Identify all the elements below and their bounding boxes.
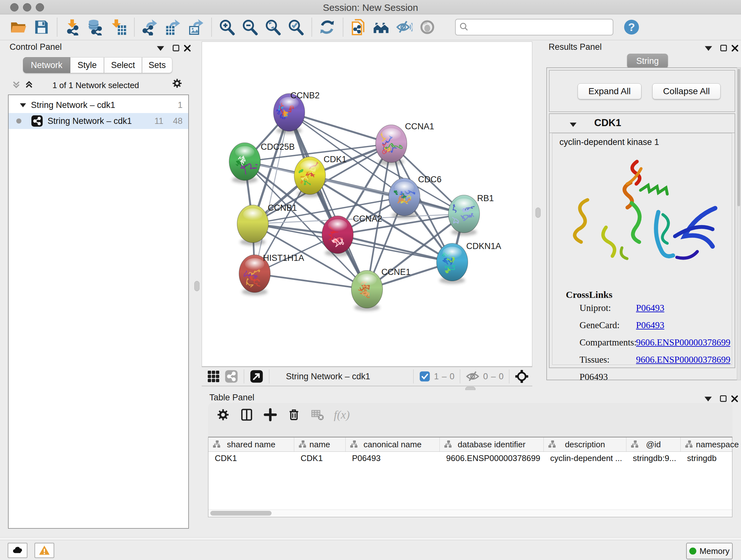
expand-up-chevron-icon[interactable]: [23, 79, 35, 90]
export-table-icon[interactable]: [163, 18, 182, 37]
network-node-ccne1[interactable]: CCNE1: [351, 267, 411, 311]
search-input[interactable]: [472, 22, 613, 33]
results-scrollbar-track[interactable]: [737, 67, 741, 380]
node-label-ccnb2: CCNB2: [290, 91, 320, 100]
table-panel-float-icon[interactable]: [718, 393, 729, 404]
title-bar: Session: New Session: [0, 0, 741, 14]
column-header-shared-name[interactable]: shared name: [208, 437, 294, 451]
selected-checkbox-icon[interactable]: [419, 369, 431, 384]
import-network-database-icon[interactable]: [86, 18, 105, 37]
string-results-card: Expand All Collapse All CDK1 cyclin-depe…: [546, 67, 738, 380]
tab-select[interactable]: Select: [104, 57, 142, 73]
share-network-icon[interactable]: [224, 369, 239, 384]
hide-selected-eye-icon[interactable]: [395, 18, 414, 37]
results-panel-float-icon[interactable]: [718, 43, 729, 54]
table-row[interactable]: CDK1 CDK1 P06493 9606.ENSP00000378699 cy…: [208, 452, 732, 464]
column-header-database-identifier[interactable]: database identifier: [440, 437, 544, 451]
show-eye-icon[interactable]: [418, 18, 436, 37]
network-node-ccnb2[interactable]: CCNB2: [273, 91, 320, 134]
left-splitter-handle[interactable]: [194, 281, 199, 291]
results-scrollbar-thumb[interactable]: [738, 69, 740, 206]
table-panel-menu-icon[interactable]: [703, 393, 714, 404]
table-panel-close-icon[interactable]: [729, 393, 740, 404]
hidden-eye-icon[interactable]: [465, 369, 480, 384]
protein-structure-image: [565, 155, 725, 280]
share-document-icon[interactable]: [349, 18, 367, 37]
crosslink-tissues[interactable]: 9606.ENSP00000378699: [636, 354, 731, 365]
collapse-all-chevron-icon[interactable]: [11, 79, 22, 90]
import-network-file-icon[interactable]: [63, 18, 82, 37]
network-row-selected[interactable]: String Network – cdk1 11 48: [9, 113, 188, 129]
table-hscrollbar-thumb[interactable]: [210, 511, 272, 516]
search-field: [455, 19, 613, 36]
results-panel-menu-icon[interactable]: [703, 43, 714, 54]
delete-column-trash-icon[interactable]: [286, 408, 301, 422]
hidden-count: 0 – 0: [483, 372, 504, 381]
crosslink-uniprot[interactable]: P06493: [636, 303, 664, 313]
open-file-icon[interactable]: [9, 18, 27, 37]
table-hscrollbar-track[interactable]: [208, 509, 732, 517]
grid-view-icon[interactable]: [206, 369, 221, 384]
column-header-description[interactable]: description: [544, 437, 626, 451]
column-header-name[interactable]: name: [294, 437, 346, 451]
network-list: String Network – cdk1 1 String Network –…: [8, 95, 189, 529]
save-session-icon[interactable]: [32, 18, 51, 37]
crosslink-compartments[interactable]: 9606.ENSP00000378699: [636, 337, 731, 348]
zoom-fit-icon[interactable]: [264, 18, 282, 37]
column-header-id[interactable]: @id: [626, 437, 681, 451]
network-canvas[interactable]: CCNB2CCNA1CDC25BCDK1CDC6RB1CCNB1CCNA2CDK…: [202, 42, 532, 367]
refresh-layout-icon[interactable]: [318, 18, 336, 37]
collapse-all-button[interactable]: Collapse All: [652, 83, 721, 99]
control-panel-close-icon[interactable]: [182, 43, 193, 54]
houses-icon[interactable]: [372, 18, 391, 37]
export-network-icon[interactable]: [140, 18, 159, 37]
column-header-namespace[interactable]: namespace: [681, 437, 741, 451]
network-node-rb1[interactable]: RB1: [448, 193, 494, 236]
network-node-cdc25b[interactable]: CDC25B: [229, 142, 295, 183]
tab-string[interactable]: String: [627, 54, 668, 68]
export-image-icon[interactable]: [186, 18, 205, 37]
network-node-cdkn1a[interactable]: CDKN1A: [436, 241, 501, 284]
network-node-hist1h1a[interactable]: HIST1H1A: [239, 253, 304, 295]
tab-network[interactable]: Network: [23, 57, 70, 73]
results-panel-close-icon[interactable]: [730, 43, 740, 54]
tab-sets[interactable]: Sets: [142, 57, 172, 73]
zoom-selected-icon[interactable]: [286, 18, 305, 37]
node-label-cdkn1a: CDKN1A: [466, 241, 501, 251]
show-columns-icon[interactable]: [239, 408, 254, 422]
column-header-canonical-name[interactable]: canonical name: [346, 437, 440, 451]
zoom-out-icon[interactable]: [241, 18, 259, 37]
node-label-ccne1: CCNE1: [381, 267, 411, 277]
cloud-status-button[interactable]: [8, 543, 27, 558]
add-column-icon[interactable]: [263, 408, 278, 422]
control-panel-float-icon[interactable]: [171, 43, 182, 54]
edge-hist1h1a-ccne1[interactable]: [255, 273, 367, 289]
crosslink-genecard[interactable]: P06493: [636, 320, 664, 330]
zoom-in-icon[interactable]: [218, 18, 236, 37]
collection-expander-icon[interactable]: [19, 102, 26, 108]
table-toolbar-container: f(x) shared name name canonical name dat…: [208, 403, 732, 517]
network-node-ccnb1[interactable]: CCNB1: [237, 203, 297, 246]
warning-status-button[interactable]: [35, 543, 54, 558]
network-options-gear-icon[interactable]: [172, 78, 183, 89]
memory-status-dot: [689, 548, 696, 555]
open-in-window-icon[interactable]: [249, 369, 264, 384]
memory-button[interactable]: Memory: [686, 543, 733, 559]
search-icon: [459, 22, 470, 33]
expand-all-button[interactable]: Expand All: [578, 83, 642, 99]
node-label-ccnb1: CCNB1: [268, 203, 297, 212]
warning-icon: [38, 544, 51, 557]
collection-label: String Network – cdk1: [31, 100, 115, 110]
network-node-ccna1[interactable]: CCNA1: [376, 122, 434, 165]
network-collection-row[interactable]: String Network – cdk1 1: [9, 97, 188, 113]
right-splitter-handle[interactable]: [536, 207, 541, 218]
table-gear-icon[interactable]: [216, 408, 230, 422]
tab-style[interactable]: Style: [70, 57, 104, 73]
network-node-count: 11: [154, 116, 163, 126]
gene-expander-icon[interactable]: [569, 122, 577, 127]
import-table-file-icon[interactable]: [109, 18, 128, 37]
control-panel-menu-icon[interactable]: [155, 43, 166, 54]
birdseye-crosshair-icon[interactable]: [515, 369, 529, 384]
help-icon[interactable]: ?: [622, 18, 641, 37]
crosslink-label: Uniprot:: [580, 303, 611, 313]
